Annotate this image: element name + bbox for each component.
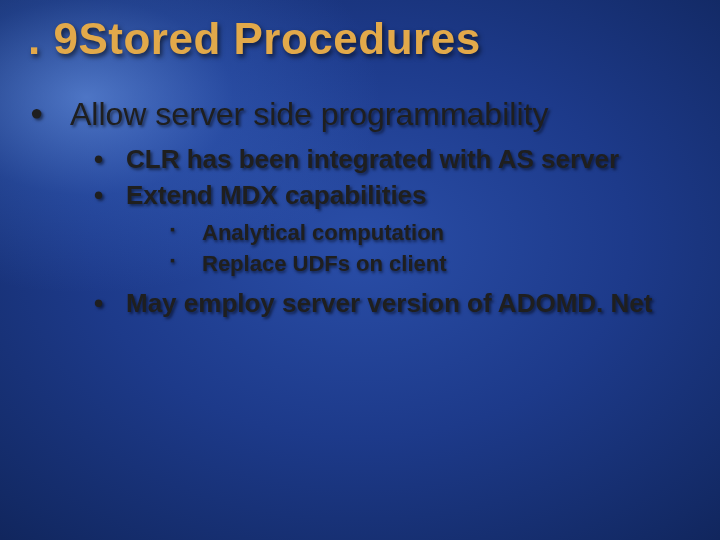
level2-item: Extend MDX capabilities Analytical compu… xyxy=(90,179,694,279)
slide-body: Allow server side programmability CLR ha… xyxy=(26,96,694,324)
level2-item: May employ server version of ADOMD. Net xyxy=(90,287,694,320)
level1-item-label: Allow server side programmability xyxy=(70,96,548,132)
level3-item: Analytical computation xyxy=(168,218,694,248)
bullet-list-level2: CLR has been integrated with AS server E… xyxy=(70,143,694,320)
level2-item: CLR has been integrated with AS server xyxy=(90,143,694,176)
level3-item-label: Replace UDFs on client xyxy=(202,251,447,276)
bullet-list-level1: Allow server side programmability CLR ha… xyxy=(26,96,694,320)
slide-title: . 9Stored Procedures xyxy=(28,14,481,64)
level1-item: Allow server side programmability CLR ha… xyxy=(26,96,694,320)
slide: . 9Stored Procedures Allow server side p… xyxy=(0,0,720,540)
bullet-list-level3: Analytical computation Replace UDFs on c… xyxy=(126,218,694,279)
level3-item: Replace UDFs on client xyxy=(168,249,694,279)
level3-item-label: Analytical computation xyxy=(202,220,444,245)
level2-item-label: Extend MDX capabilities xyxy=(126,180,427,210)
level2-item-label: CLR has been integrated with AS server xyxy=(126,144,619,174)
level2-item-label: May employ server version of ADOMD. Net xyxy=(126,288,652,318)
